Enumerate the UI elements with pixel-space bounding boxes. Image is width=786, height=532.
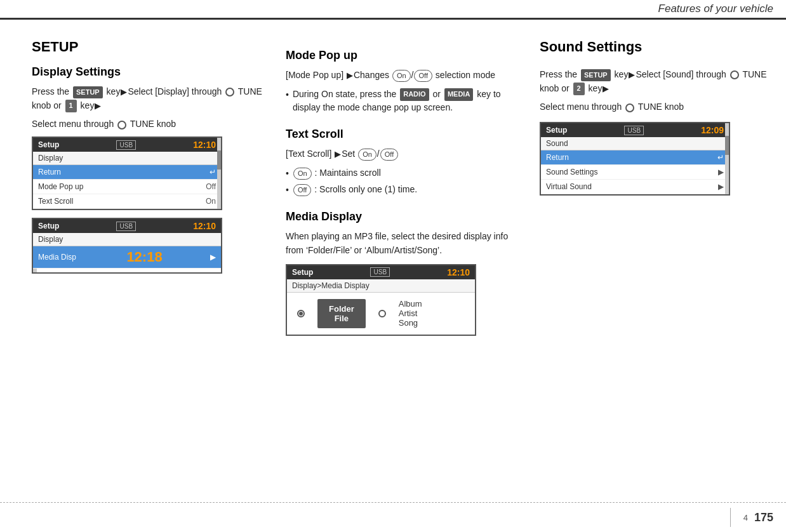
on-badge2: On [358, 149, 376, 161]
textscroll-label: Text Scroll [38, 197, 73, 206]
media-display-title: Media Display [286, 210, 514, 223]
page-header: Features of your vehicle [0, 0, 786, 20]
sound-settings-body2: Select menu through TUNE knob [540, 100, 767, 114]
arrow-right2-icon: ▶ [95, 100, 101, 112]
screen1-row-modepopup: Mode Pop up Off [33, 180, 221, 194]
text-scroll-title: Text Scroll [286, 128, 514, 141]
screen-sound-mockup: Setup USB 12:09 Sound Return ↵ Sound Set… [540, 122, 730, 196]
arrow4-icon: ▶ [335, 148, 341, 161]
arrow5-icon: ▶ [629, 69, 635, 81]
off-badge2: Off [380, 149, 398, 161]
scroll-thumb [217, 150, 221, 170]
return-label: Return [38, 168, 61, 176]
media-display-body: When playing an MP3 file, select the des… [286, 230, 514, 257]
screen2-header: Setup USB 12:10 [33, 219, 221, 233]
screen-media-subheader: Display>Media Display [287, 279, 475, 293]
folder-file-button: FolderFile [317, 299, 366, 328]
key-label: key [107, 86, 121, 96]
bullet-dot3: • [286, 183, 289, 197]
screen1-subheader: Display [33, 152, 221, 165]
sound-return-value: ↵ [717, 153, 724, 162]
bullet-dot1: • [286, 88, 289, 102]
tune-knob3-icon [730, 70, 739, 79]
radio-badge: RADIO [400, 88, 429, 100]
album-artist-song-options: Album Artist Song [399, 299, 422, 328]
screen-sound-usb: USB [624, 126, 644, 135]
screen2-usb: USB [116, 222, 136, 231]
text-scroll-body: [Text Scroll] ▶Set On/Off [286, 147, 514, 161]
screen-sound-title: Setup [546, 126, 567, 135]
mode-popup-title: Mode Pop up [286, 49, 514, 62]
return-value: ↵ [210, 168, 216, 176]
sound-row-return: Return ↵ [541, 150, 729, 165]
screen1-row-textscroll: Text Scroll On [33, 194, 221, 209]
arrow3-icon: ▶ [347, 69, 353, 82]
arrow6-icon: ▶ [603, 83, 609, 95]
screen2-title: Setup [38, 222, 59, 230]
tune-knob-icon [225, 88, 234, 96]
virtual-sound-label: Virtual Sound [546, 182, 592, 191]
screen2-subheader: Display [33, 233, 221, 246]
setup-badge-right: SETUP [581, 69, 611, 81]
screen2-mockup: Setup USB 12:10 Display Media Disp 12:18… [32, 218, 222, 274]
header-title: Features of your vehicle [658, 3, 773, 15]
screen2-time: 12:10 [193, 221, 216, 231]
display-settings-title: Display Settings [32, 65, 273, 79]
screen-sound-time: 12:09 [701, 125, 724, 135]
mediadisp-arrow: ▶ [210, 253, 216, 262]
on-badge1: On [392, 70, 411, 82]
screen-sound-subheader: Sound [541, 137, 729, 150]
setup-title: SETUP [32, 39, 273, 55]
screen-media-mockup: Setup USB 12:10 Display>Media Display Fo… [286, 264, 476, 336]
screen1-usb: USB [116, 140, 136, 150]
off-badge1: Off [414, 70, 432, 82]
tune-knob2-icon [117, 121, 126, 130]
screen1-mockup: Setup USB 12:10 Display Return ↵ Mode Po… [32, 136, 222, 210]
media-badge: MEDIA [444, 88, 473, 100]
screen-sound-header: Setup USB 12:09 [541, 123, 729, 137]
virtual-sound-arrow: ▶ [718, 182, 724, 191]
sound-scroll-thumb [725, 136, 729, 155]
chapter-number: 4 [743, 513, 748, 522]
main-content: SETUP Display Settings Press the SETUP k… [0, 20, 786, 349]
page-number: 175 [754, 511, 773, 524]
scroll-bar [217, 138, 221, 209]
on-badge3: On [293, 168, 312, 180]
screen1-time: 12:10 [193, 140, 216, 150]
textscroll-value: On [206, 197, 216, 206]
bullet-dot2: • [286, 167, 289, 181]
sound-settings-label: Sound Settings [546, 168, 597, 176]
screen1-title: Setup [38, 140, 59, 149]
screen-media-title: Setup [292, 268, 313, 277]
scroll-bar2 [33, 269, 37, 272]
media-options-row: FolderFile Album Artist Song [287, 293, 475, 335]
key1-badge: 1 [65, 100, 77, 112]
sound-settings-body: Press the SETUP key▶Select [Sound] throu… [540, 68, 767, 95]
setup-badge-left: SETUP [73, 86, 103, 98]
screen1-row-return: Return ↵ [33, 165, 221, 180]
modepopup-label: Mode Pop up [38, 182, 83, 191]
display-settings-body: Press the SETUP key▶Select [Display] thr… [32, 85, 273, 112]
sound-return-label: Return [546, 153, 569, 162]
folder-file-radio [297, 310, 305, 317]
modepopup-value: Off [206, 182, 216, 191]
mediadisp-label: Media Disp [38, 253, 76, 262]
left-column: SETUP Display Settings Press the SETUP k… [32, 39, 273, 336]
sound-row-settings: Sound Settings ▶ [541, 165, 729, 180]
mode-bullet1: • During On state, press the RADIO or ME… [286, 88, 514, 115]
footer-divider [730, 508, 731, 527]
text-scroll-bullet2: • Off : Scrolls only one (1) time. [286, 183, 514, 197]
right-column: Sound Settings Press the SETUP key▶Selec… [514, 39, 767, 336]
mid-column: Mode Pop up [Mode Pop up] ▶Changes On/Of… [273, 39, 514, 336]
screen-media-time: 12:10 [447, 267, 470, 277]
album-artist-radio [378, 310, 386, 317]
overlay-time: 12:18 [126, 249, 162, 265]
display-settings-body2: Select menu through TUNE knob [32, 117, 273, 131]
sound-settings-arrow: ▶ [718, 168, 724, 176]
sound-row-virtual: Virtual Sound ▶ [541, 180, 729, 194]
key2-badge: 2 [573, 83, 585, 95]
page-footer: 4 175 [0, 502, 786, 532]
screen-media-header: Setup USB 12:10 [287, 265, 475, 279]
sound-scroll-bar [725, 123, 729, 194]
tune-knob4-icon [625, 103, 634, 112]
